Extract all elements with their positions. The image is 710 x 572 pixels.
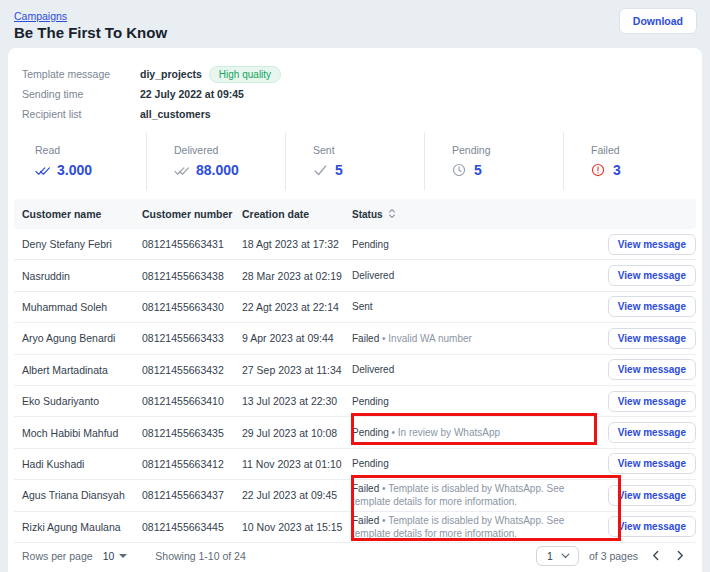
table-row: Aryo Agung Benardi 08121455663433 9 Apr … — [14, 323, 696, 354]
status-label: Pending — [352, 396, 389, 407]
col-customer-number: Customer number — [142, 208, 242, 220]
cell-creation-date: 22 Jul 2023 at 09:45 — [242, 489, 352, 501]
cell-customer-number: 08121455663432 — [142, 364, 242, 376]
view-message-button[interactable]: View message — [608, 328, 696, 349]
sort-icon[interactable] — [388, 208, 396, 219]
view-message-button[interactable]: View message — [608, 516, 696, 537]
info-row-sending-time: Sending time 22 July 2022 at 09:45 — [22, 84, 688, 104]
cell-creation-date: 10 Nov 2023 at 15:15 — [242, 521, 352, 533]
cell-status: Pending — [352, 395, 608, 408]
info-label: Sending time — [22, 88, 140, 100]
cell-customer-number: 08121455663438 — [142, 270, 242, 282]
cell-customer-number: 08121455663433 — [142, 332, 242, 344]
cell-creation-date: 9 Apr 2023 at 09:44 — [242, 332, 352, 344]
col-customer-name: Customer name — [14, 208, 142, 220]
next-page-button[interactable] — [673, 548, 688, 563]
cell-status: Pending — [352, 457, 608, 470]
cell-customer-name: Rizki Agung Maulana — [14, 521, 142, 533]
cell-customer-name: Moch Habibi Mahfud — [14, 427, 142, 439]
status-label: Delivered — [352, 364, 394, 375]
check-icon — [313, 163, 328, 178]
table-footer: Rows per page 10 Showing 1-10 of 24 1 of… — [8, 539, 702, 572]
status-detail: • Template is disabled by WhatsApp. See … — [352, 515, 564, 539]
cell-customer-number: 08121455663435 — [142, 427, 242, 439]
status-label: Delivered — [352, 270, 394, 281]
table-row: Hadi Kushadi 08121455663412 11 Nov 2023 … — [14, 449, 696, 480]
status-detail: • Template is disabled by WhatsApp. See … — [352, 483, 564, 507]
cell-customer-name: Deny Stefany Febri — [14, 238, 142, 250]
rows-per-page-label: Rows per page — [22, 550, 93, 562]
rows-per-page-select[interactable]: 10 — [103, 550, 128, 562]
table-row: Muhammad Soleh 08121455663430 22 Agt 202… — [14, 292, 696, 323]
current-page-value: 1 — [547, 550, 553, 562]
cell-creation-date: 28 Mar 2023 at 02:19 — [242, 270, 352, 282]
view-message-button[interactable]: View message — [608, 234, 696, 255]
stat-pending: Pending 5 — [424, 132, 563, 190]
view-message-button[interactable]: View message — [608, 485, 696, 506]
stat-read: Read 3.000 — [8, 132, 146, 190]
stat-sent-value: 5 — [335, 162, 343, 178]
table-row: Eko Sudariyanto 08121455663410 13 Jul 20… — [14, 386, 696, 417]
cell-customer-number: 08121455663412 — [142, 458, 242, 470]
stat-sent-label: Sent — [313, 144, 424, 156]
cell-status: Delivered — [352, 363, 608, 376]
table-row: Deny Stefany Febri 08121455663431 18 Agt… — [14, 229, 696, 260]
cell-customer-name: Nasruddin — [14, 270, 142, 282]
stat-read-value: 3.000 — [57, 162, 92, 178]
view-message-button[interactable]: View message — [608, 391, 696, 412]
table-row: Albert Martadinata 08121455663432 27 Sep… — [14, 355, 696, 386]
campaign-card: Template message diy_projects High quali… — [8, 48, 702, 572]
sending-time-value: 22 July 2022 at 09:45 — [140, 88, 244, 100]
status-detail: • Invalid WA number — [382, 333, 472, 344]
stat-read-label: Read — [35, 144, 146, 156]
stat-pending-value: 5 — [474, 162, 482, 178]
prev-page-button[interactable] — [648, 548, 663, 563]
view-message-button[interactable]: View message — [608, 296, 696, 317]
breadcrumb-campaigns[interactable]: Campaigns — [14, 10, 67, 22]
stat-pending-label: Pending — [452, 144, 563, 156]
page-select[interactable]: 1 — [536, 546, 579, 566]
cell-customer-name: Hadi Kushadi — [14, 458, 142, 470]
cell-status: Failed • Template is disabled by WhatsAp… — [352, 482, 608, 508]
cell-creation-date: 29 Jul 2023 at 10:08 — [242, 427, 352, 439]
cell-status: Failed • Template is disabled by WhatsAp… — [352, 514, 608, 540]
cell-status: Pending — [352, 238, 608, 251]
status-label: Failed — [352, 483, 379, 494]
stats-row: Read 3.000 Delivered 88.000 Sent — [8, 132, 702, 190]
recipient-list-value: all_customers — [140, 108, 211, 120]
clock-icon — [452, 163, 467, 178]
campaign-info: Template message diy_projects High quali… — [8, 48, 702, 124]
view-message-button[interactable]: View message — [608, 453, 696, 474]
chevron-right-icon — [677, 550, 684, 561]
col-status[interactable]: Status — [352, 208, 608, 221]
status-label: Pending — [352, 239, 389, 250]
cell-customer-number: 08121455663410 — [142, 395, 242, 407]
chevron-left-icon — [652, 550, 659, 561]
download-button[interactable]: Download — [619, 8, 697, 34]
header-text: Campaigns Be The First To Know — [14, 6, 167, 41]
stat-delivered-value: 88.000 — [196, 162, 239, 178]
info-row-recipient-list: Recipient list all_customers — [22, 104, 688, 124]
status-label: Pending — [352, 458, 389, 469]
stat-delivered-label: Delivered — [174, 144, 285, 156]
view-message-button[interactable]: View message — [608, 422, 696, 443]
info-label: Recipient list — [22, 108, 140, 120]
table-header: Customer name Customer number Creation d… — [14, 199, 696, 229]
cell-customer-number: 08121455663445 — [142, 521, 242, 533]
view-message-button[interactable]: View message — [608, 265, 696, 286]
cell-creation-date: 11 Nov 2023 at 01:10 — [242, 458, 352, 470]
showing-range: Showing 1-10 of 24 — [155, 550, 245, 562]
cell-customer-number: 08121455663430 — [142, 301, 242, 313]
info-label: Template message — [22, 68, 140, 80]
stat-failed-value: 3 — [613, 162, 621, 178]
stat-delivered: Delivered 88.000 — [146, 132, 285, 190]
cell-customer-name: Agus Triana Diansyah — [14, 489, 142, 501]
view-message-button[interactable]: View message — [608, 359, 696, 380]
cell-customer-number: 08121455663437 — [142, 489, 242, 501]
status-label: Failed — [352, 333, 379, 344]
cell-status: Delivered — [352, 269, 608, 282]
quality-badge: High quality — [209, 66, 281, 83]
cell-creation-date: 27 Sep 2023 at 11:34 — [242, 364, 352, 376]
cell-status: Pending • In review by WhatsApp — [352, 426, 608, 439]
caret-down-icon — [119, 554, 127, 558]
